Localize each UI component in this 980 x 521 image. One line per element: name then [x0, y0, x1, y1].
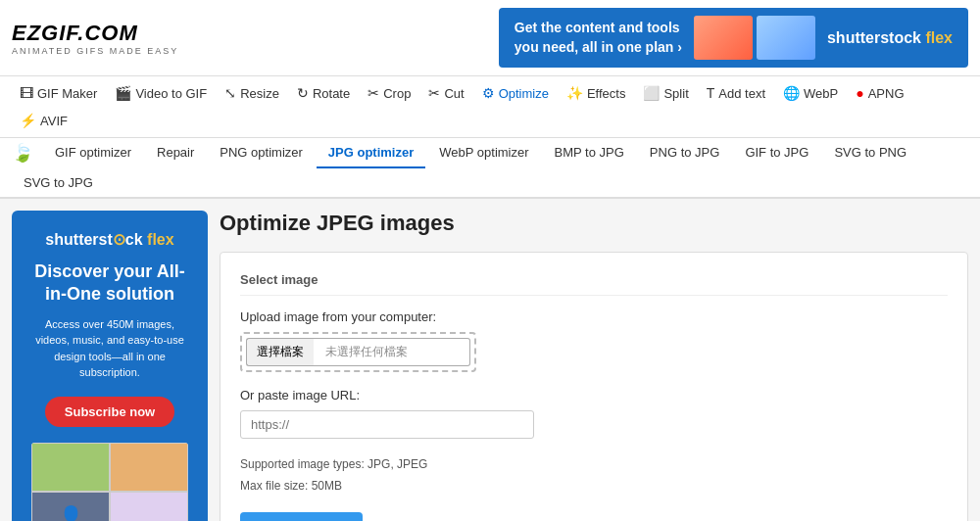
supported-types-text: Supported image types: JPG, JPEG Max fil…	[240, 454, 948, 497]
page-title: Optimize JPEG images	[220, 211, 968, 236]
preview-cell-2	[110, 443, 188, 492]
optimize-leaf-icon: 🍃	[12, 142, 33, 164]
subnav-svg-to-png[interactable]: SVG to PNG	[822, 138, 918, 168]
gif-icon: 🎞	[20, 85, 33, 101]
sidebar-ad-title: Discover your All-in-One solution	[27, 260, 192, 307]
resize-icon: ⤡	[224, 85, 236, 101]
choose-file-button[interactable]: 選擇檔案	[246, 338, 314, 366]
nav-optimize[interactable]: ⚙Optimize	[474, 80, 557, 106]
text-icon: T	[707, 85, 715, 101]
subnav-png-to-jpg[interactable]: PNG to JPG	[638, 138, 732, 168]
subnav-repair[interactable]: Repair	[145, 138, 206, 168]
ad-banner[interactable]: Get the content and tools you need, all …	[499, 8, 968, 68]
nav-effects[interactable]: ✨Effects	[559, 80, 634, 106]
url-section: Or paste image URL:	[240, 388, 948, 439]
ad-image-1	[694, 16, 753, 60]
preview-cell-3: 👤	[31, 492, 110, 521]
nav-resize[interactable]: ⤡Resize	[217, 80, 287, 106]
subnav-svg-to-jpg[interactable]: SVG to JPG	[12, 168, 105, 199]
nav-cut[interactable]: ✂Cut	[420, 80, 471, 106]
nav-add-text[interactable]: TAdd text	[699, 80, 773, 106]
apng-icon: ●	[856, 85, 863, 101]
nav-crop[interactable]: ✂Crop	[360, 80, 418, 106]
sidebar-ad-description: Access over 450M images, videos, music, …	[27, 316, 192, 381]
subnav-webp-optimizer[interactable]: WebP optimizer	[427, 138, 540, 168]
url-label: Or paste image URL:	[240, 388, 948, 403]
main-content: shutterst⊙ck flex Discover your All-in-O…	[0, 199, 980, 521]
ad-banner-text: Get the content and tools you need, all …	[514, 19, 682, 57]
subnav-jpg-optimizer[interactable]: JPG optimizer	[317, 138, 425, 168]
sidebar-ad-logo: shutterst⊙ck flex	[45, 230, 173, 249]
avif-icon: ⚡	[20, 113, 36, 128]
nav-rotate[interactable]: ↻Rotate	[289, 80, 358, 106]
nav-avif[interactable]: ⚡AVIF	[12, 108, 75, 133]
file-name-display: 未選擇任何檔案	[314, 338, 470, 366]
nav-split[interactable]: ⬜Split	[635, 80, 696, 106]
shutterstock-label: shutterstock flex	[827, 29, 953, 47]
rotate-icon: ↻	[297, 85, 309, 101]
sidebar-ad-preview: 👤	[31, 443, 188, 521]
content-area: Optimize JPEG images Select image Upload…	[220, 211, 968, 521]
file-input-wrapper: 選擇檔案 未選擇任何檔案	[240, 332, 476, 372]
optimize-icon: ⚙	[482, 85, 495, 101]
upload-box: Select image Upload image from your comp…	[220, 252, 968, 521]
upload-button[interactable]: ⬆ Upload!	[240, 512, 363, 521]
ad-banner-images	[694, 16, 815, 60]
logo-text: EZGIF.COM	[12, 21, 178, 46]
logo-area: EZGIF.COM ANIMATED GIFS MADE EASY	[12, 21, 178, 56]
header: EZGIF.COM ANIMATED GIFS MADE EASY Get th…	[0, 0, 980, 76]
preview-cell-1	[31, 443, 110, 492]
video-icon: 🎬	[115, 85, 131, 101]
subnav: 🍃 GIF optimizer Repair PNG optimizer JPG…	[0, 138, 980, 199]
upload-section: Upload image from your computer: 選擇檔案 未選…	[240, 309, 948, 372]
subnav-bmp-to-jpg[interactable]: BMP to JPG	[543, 138, 636, 168]
webp-icon: 🌐	[783, 85, 800, 101]
subscribe-button[interactable]: Subscribe now	[45, 397, 174, 427]
nav-video-to-gif[interactable]: 🎬Video to GIF	[107, 80, 215, 106]
upload-label: Upload image from your computer:	[240, 309, 948, 324]
subnav-icon-area: 🍃	[12, 142, 33, 164]
split-icon: ⬜	[643, 85, 660, 101]
subnav-png-optimizer[interactable]: PNG optimizer	[208, 138, 315, 168]
subnav-gif-to-jpg[interactable]: GIF to JPG	[733, 138, 820, 168]
crop-icon: ✂	[368, 85, 379, 101]
select-image-label: Select image	[240, 272, 948, 296]
logo-sub: ANIMATED GIFS MADE EASY	[12, 46, 178, 56]
effects-icon: ✨	[566, 85, 583, 101]
cut-icon: ✂	[428, 85, 440, 101]
navbar: 🎞GIF Maker 🎬Video to GIF ⤡Resize ↻Rotate…	[0, 76, 980, 138]
subnav-gif-optimizer[interactable]: GIF optimizer	[43, 138, 143, 168]
ad-image-2	[757, 16, 815, 60]
sidebar-ad[interactable]: shutterst⊙ck flex Discover your All-in-O…	[12, 211, 208, 521]
nav-apng[interactable]: ●APNG	[848, 80, 911, 106]
url-input[interactable]	[240, 410, 534, 439]
nav-gif-maker[interactable]: 🎞GIF Maker	[12, 80, 105, 106]
nav-webp[interactable]: 🌐WebP	[775, 80, 846, 106]
preview-cell-4	[110, 492, 188, 521]
